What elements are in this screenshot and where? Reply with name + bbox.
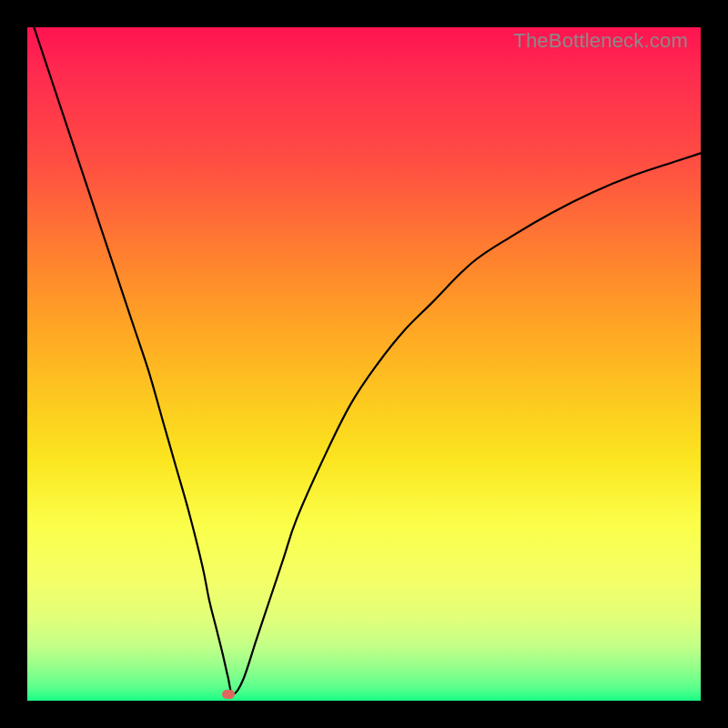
optimal-point-marker: [222, 690, 235, 699]
chart-frame: TheBottleneck.com: [0, 0, 728, 728]
bottleneck-curve: [27, 27, 701, 701]
plot-area: TheBottleneck.com: [27, 27, 701, 701]
